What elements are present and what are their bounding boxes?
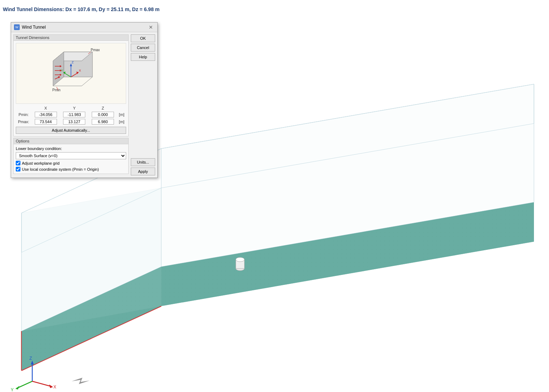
tunnel-diagram-svg: Z Y X Pmax: [35, 45, 107, 102]
adjust-workplane-row: Adjust workplane grid: [16, 161, 126, 165]
svg-point-18: [236, 257, 244, 262]
svg-text:Y: Y: [11, 387, 14, 392]
tunnel-diagram: Z Y X Pmax: [16, 43, 126, 104]
close-button[interactable]: ✕: [147, 24, 154, 30]
pmin-x-input[interactable]: -34.056: [35, 112, 57, 117]
pmax-x-input[interactable]: 73.544: [35, 119, 57, 125]
z-header: Z: [89, 105, 117, 111]
pmax-y-input[interactable]: 13.127: [63, 119, 85, 125]
pmin-unit: [m]: [117, 111, 126, 118]
svg-text:Pmax: Pmax: [91, 48, 100, 52]
wind-tunnel-dialog: W Wind Tunnel ✕ Tunnel Dimensions: [11, 22, 158, 178]
options-section: Options Lower boundary condition: Smooth…: [13, 138, 129, 174]
adjust-workplane-label: Adjust workplane grid: [22, 161, 59, 165]
svg-text:Y: Y: [61, 69, 63, 72]
dialog-right-panel: OK Cancel Help Units... Apply: [131, 34, 155, 175]
pmax-label: Pmax:: [16, 118, 32, 125]
x-header: X: [32, 105, 60, 111]
pmin-y-input[interactable]: -11.983: [63, 112, 85, 117]
tunnel-dimensions-content: Z Y X Pmax: [14, 41, 128, 136]
svg-text:Z: Z: [29, 356, 32, 361]
lower-bc-select[interactable]: Smooth Surface (v=0) Rough Surface No-sl…: [16, 152, 126, 159]
units-button[interactable]: Units...: [131, 158, 155, 166]
svg-text:Pmin: Pmin: [52, 88, 61, 92]
use-local-coord-label: Use local coordinate system (Pmin = Orig…: [22, 167, 99, 171]
tunnel-dimensions-section: Tunnel Dimensions: [13, 34, 129, 136]
lower-buttons: Units... Apply: [131, 158, 155, 175]
svg-text:X: X: [79, 69, 81, 72]
svg-line-25: [32, 381, 52, 387]
svg-text:X: X: [53, 384, 56, 389]
options-content: Lower boundary condition: Smooth Surface…: [14, 144, 128, 174]
dialog-title-label: Wind Tunnel: [22, 25, 46, 30]
page-title: Wind Tunnel Dimensions: Dx = 107.6 m, Dy…: [3, 6, 159, 12]
lower-bc-label: Lower boundary condition:: [16, 146, 126, 151]
dialog-body: Tunnel Dimensions: [11, 32, 157, 178]
pmax-unit: [m]: [117, 118, 126, 125]
cancel-button[interactable]: Cancel: [131, 44, 155, 52]
svg-line-33: [82, 77, 92, 86]
y-header: Y: [60, 105, 89, 111]
dialog-titlebar: W Wind Tunnel ✕: [11, 23, 157, 32]
apply-button[interactable]: Apply: [131, 168, 155, 175]
adjust-workplane-checkbox[interactable]: [16, 161, 20, 165]
use-local-coord-row: Use local coordinate system (Pmin = Orig…: [16, 167, 126, 171]
pmin-label: Pmin:: [16, 111, 32, 118]
ok-button[interactable]: OK: [131, 34, 155, 42]
pmax-z-input[interactable]: 6.980: [92, 119, 114, 125]
svg-line-22: [16, 381, 32, 388]
tunnel-dimensions-header: Tunnel Dimensions: [14, 35, 128, 41]
options-header: Options: [14, 138, 128, 144]
pmin-z-input[interactable]: 0.000: [92, 112, 114, 117]
coordinate-table: X Y Z Pmin: -34.056 -11.983 0.0: [16, 105, 126, 125]
lower-bc-row: Smooth Surface (v=0) Rough Surface No-sl…: [16, 152, 126, 159]
help-button[interactable]: Help: [131, 53, 155, 61]
adjust-automatically-button[interactable]: Adjust Automatically...: [16, 127, 126, 134]
svg-text:Z: Z: [72, 61, 74, 64]
dialog-icon: W: [14, 24, 20, 30]
use-local-coord-checkbox[interactable]: [16, 167, 20, 171]
dialog-left-panel: Tunnel Dimensions: [13, 34, 129, 175]
svg-marker-26: [49, 384, 53, 388]
dialog-title-text: W Wind Tunnel: [14, 24, 46, 30]
svg-marker-28: [72, 378, 90, 384]
